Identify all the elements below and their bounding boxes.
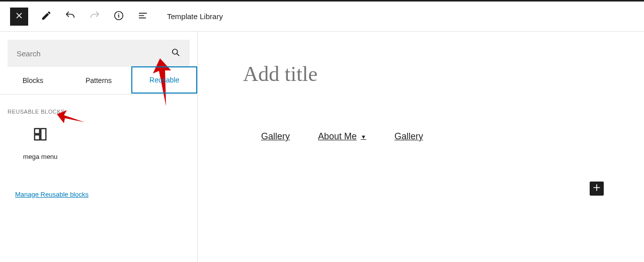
nav-link[interactable]: Gallery	[394, 131, 423, 142]
list-view-icon	[137, 10, 148, 23]
search-wrapper	[8, 40, 190, 67]
svg-rect-2	[35, 129, 40, 134]
nav-link-label: About Me	[318, 131, 357, 142]
search-input[interactable]	[8, 40, 190, 67]
block-label: mega menu	[23, 153, 58, 160]
add-block-button[interactable]	[590, 182, 604, 196]
nav-link-label: Gallery	[394, 131, 423, 142]
plus-icon	[592, 183, 602, 195]
editor-area: Gallery About Me ▼ Gallery	[198, 32, 644, 262]
info-button[interactable]	[110, 8, 128, 26]
info-icon	[113, 10, 124, 23]
manage-reusable-blocks-link[interactable]: Manage Reusable blocks	[15, 191, 89, 198]
pencil-icon	[41, 10, 52, 23]
redo-icon	[89, 10, 100, 23]
inserter-tabs: Blocks Patterns Reusable	[0, 67, 197, 95]
nav-link[interactable]: Gallery	[261, 131, 290, 142]
edit-button[interactable]	[37, 8, 55, 26]
main-container: Blocks Patterns Reusable REUSABLE BLOCKS…	[0, 32, 644, 262]
post-title-input[interactable]	[243, 62, 624, 86]
nav-link-label: Gallery	[261, 131, 290, 142]
tab-blocks[interactable]: Blocks	[0, 67, 66, 94]
svg-rect-4	[41, 129, 46, 140]
search-icon	[171, 47, 181, 59]
reusable-block-item[interactable]: mega menu	[10, 127, 70, 160]
outline-button[interactable]	[134, 8, 152, 26]
close-icon	[14, 11, 24, 22]
tab-label: Blocks	[23, 76, 43, 84]
navigation-block: Gallery About Me ▼ Gallery	[261, 131, 624, 142]
inserter-sidebar: Blocks Patterns Reusable REUSABLE BLOCKS…	[0, 32, 198, 262]
section-label: REUSABLE BLOCKS	[8, 109, 197, 115]
toolbar: Template Library	[0, 2, 644, 32]
tab-patterns[interactable]: Patterns	[66, 67, 132, 94]
close-inserter-button[interactable]	[10, 8, 28, 26]
chevron-down-icon: ▼	[361, 134, 366, 140]
redo-button[interactable]	[86, 8, 104, 26]
undo-icon	[65, 10, 76, 23]
tab-reusable[interactable]: Reusable	[131, 66, 197, 94]
tab-label: Reusable	[149, 76, 179, 84]
block-icon	[33, 127, 48, 144]
undo-button[interactable]	[61, 8, 79, 26]
tab-label: Patterns	[86, 76, 112, 84]
nav-link-dropdown[interactable]: About Me ▼	[318, 131, 366, 142]
svg-rect-3	[35, 135, 40, 140]
template-library-label[interactable]: Template Library	[167, 12, 223, 21]
